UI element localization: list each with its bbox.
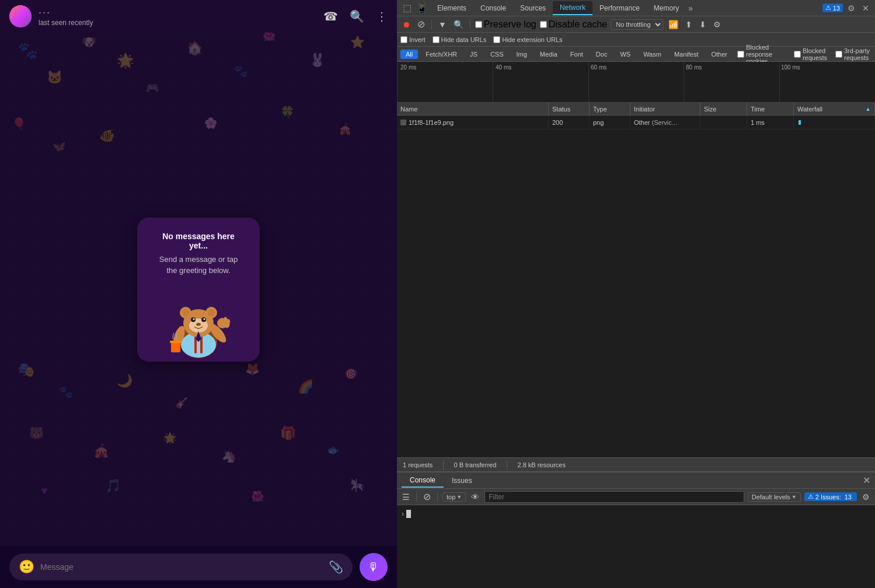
issues-badge[interactable]: ⚠ 13	[822, 4, 843, 12]
bytes-transferred: 0 B transferred	[454, 461, 497, 468]
inspect-icon[interactable]: ⬚	[400, 1, 414, 15]
search-toggle-icon[interactable]: 🔍	[452, 19, 465, 30]
hide-extension-urls-label[interactable]: Hide extension URLs	[493, 36, 562, 43]
col-size-label: Size	[704, 106, 716, 113]
blocked-requests-checkbox[interactable]	[794, 51, 801, 58]
search-icon[interactable]: 🔍	[350, 9, 364, 23]
filter-all[interactable]: All	[400, 50, 418, 59]
table-row[interactable]: 1f1f8-1f1e9.png 200 png Other (Servic...…	[397, 116, 875, 130]
record-button[interactable]: ⏺	[400, 19, 412, 30]
console-issues-badge[interactable]: ⚠ 2 Issues: 13	[804, 492, 857, 501]
col-header-name[interactable]: Name	[397, 103, 549, 115]
toolbar-separator-2	[470, 20, 470, 29]
tab-performance[interactable]: Performance	[592, 2, 647, 15]
message-input-container[interactable]: 🙂 📎	[9, 554, 353, 580]
tab-console-bottom[interactable]: Console	[402, 474, 444, 488]
devtools-settings-icon[interactable]: ⚙	[845, 2, 857, 14]
preserve-log-checkbox[interactable]	[475, 21, 482, 28]
tab-console[interactable]: Console	[473, 2, 513, 15]
import-icon[interactable]: ⬇	[698, 19, 708, 30]
filter-wasm[interactable]: Wasm	[638, 50, 667, 59]
console-eye-icon[interactable]: 👁	[469, 491, 481, 503]
message-input[interactable]	[40, 562, 323, 572]
context-value: top	[447, 494, 455, 501]
filter-font[interactable]: Font	[565, 50, 588, 59]
network-table[interactable]: Name Status Type Initiator Size Time Wat…	[397, 103, 875, 457]
cell-status[interactable]: 200	[549, 116, 590, 129]
tab-issues-bottom[interactable]: Issues	[444, 474, 480, 487]
network-table-header: Name Status Type Initiator Size Time Wat…	[397, 103, 875, 116]
hide-data-urls-label[interactable]: Hide data URLs	[433, 36, 487, 43]
context-dropdown-icon: ▼	[456, 494, 462, 500]
col-header-waterfall[interactable]: Waterfall ▲	[794, 103, 875, 115]
col-header-size[interactable]: Size	[700, 103, 747, 115]
console-settings-icon[interactable]: ⚙	[860, 491, 871, 503]
console-sidebar-icon[interactable]: ☰	[400, 491, 412, 503]
third-party-checkbox[interactable]	[835, 51, 842, 58]
col-header-initiator[interactable]: Initiator	[630, 103, 700, 115]
more-options-icon[interactable]: ⋮	[376, 9, 388, 23]
console-body[interactable]: ›	[397, 505, 875, 588]
blocked-requests-label[interactable]: Blocked requests	[794, 47, 828, 61]
request-time: 1 ms	[751, 119, 765, 126]
blocked-cookies-checkbox[interactable]	[737, 51, 744, 58]
filter-media[interactable]: Media	[535, 50, 563, 59]
console-close-button[interactable]: ✕	[863, 475, 870, 486]
clear-button[interactable]: ⊘	[416, 18, 427, 31]
tab-elements[interactable]: Elements	[430, 2, 473, 15]
log-levels-text: Default levels	[752, 494, 790, 501]
col-header-time[interactable]: Time	[747, 103, 794, 115]
invert-label[interactable]: Invert	[400, 36, 426, 43]
throttle-select[interactable]: No throttling	[611, 19, 663, 30]
cell-initiator[interactable]: Other (Servic...	[630, 116, 700, 129]
filter-doc[interactable]: Doc	[591, 50, 613, 59]
bear-character	[161, 284, 236, 359]
tab-memory[interactable]: Memory	[647, 2, 686, 15]
more-tabs-icon[interactable]: »	[686, 2, 695, 14]
console-cursor	[406, 510, 411, 518]
invert-checkbox[interactable]	[400, 36, 407, 43]
cell-name[interactable]: 1f1f8-1f1e9.png	[397, 116, 549, 129]
attach-icon[interactable]: 📎	[329, 560, 343, 574]
console-filter-input[interactable]	[484, 491, 744, 503]
filter-img[interactable]: Img	[511, 50, 532, 59]
filter-ws[interactable]: WS	[615, 50, 636, 59]
preserve-log-text: Preserve log	[484, 19, 536, 30]
network-settings-icon[interactable]: ⚙	[712, 19, 723, 30]
emoji-icon[interactable]: 🙂	[19, 559, 34, 575]
col-header-status[interactable]: Status	[549, 103, 590, 115]
log-levels-selector[interactable]: Default levels ▼	[748, 492, 801, 502]
waterfall-sort-icon: ▲	[865, 106, 871, 112]
hide-extension-urls-checkbox[interactable]	[493, 36, 500, 43]
col-header-type[interactable]: Type	[590, 103, 630, 115]
tab-network[interactable]: Network	[553, 1, 592, 15]
filter-toggle-icon[interactable]: ▼	[437, 19, 448, 30]
console-issues-icon: ⚠	[808, 493, 814, 501]
phone-icon[interactable]: ☎	[323, 9, 338, 23]
disable-cache-label[interactable]: Disable cache	[540, 19, 608, 30]
filter-manifest[interactable]: Manifest	[669, 50, 704, 59]
svg-point-12	[193, 318, 195, 320]
export-icon[interactable]: ⬆	[684, 19, 694, 30]
filter-css[interactable]: CSS	[485, 50, 509, 59]
devtools-close-icon[interactable]: ✕	[860, 2, 871, 14]
disable-cache-checkbox[interactable]	[540, 21, 547, 28]
preserve-log-label[interactable]: Preserve log	[475, 19, 536, 30]
hide-data-urls-checkbox[interactable]	[433, 36, 440, 43]
devtools-panel: ⬚ 📱 Elements Console Sources Network Per…	[397, 0, 875, 588]
context-selector[interactable]: top ▼	[442, 492, 466, 502]
filter-buttons-row: All Fetch/XHR JS CSS Img Media Font Doc …	[397, 47, 875, 62]
device-icon[interactable]: 📱	[414, 1, 430, 15]
third-party-label[interactable]: 3rd-party requests	[835, 47, 871, 61]
mic-button[interactable]: 🎙	[360, 553, 388, 581]
cell-time[interactable]: 1 ms	[747, 116, 794, 129]
online-icon[interactable]: 📶	[667, 19, 680, 30]
col-name-label: Name	[400, 106, 417, 113]
tab-sources[interactable]: Sources	[513, 2, 553, 15]
filter-js[interactable]: JS	[465, 50, 483, 59]
cell-type[interactable]: png	[590, 116, 630, 129]
filter-fetch-xhr[interactable]: Fetch/XHR	[420, 50, 462, 59]
console-clear-icon[interactable]: ⊘	[421, 490, 433, 503]
filter-other[interactable]: Other	[706, 50, 733, 59]
cell-size[interactable]	[700, 116, 747, 129]
